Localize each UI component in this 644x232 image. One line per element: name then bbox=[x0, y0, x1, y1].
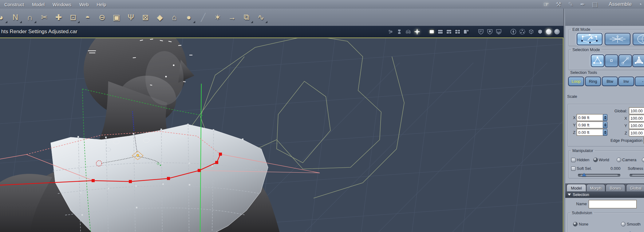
loop-button[interactable]: Loop bbox=[568, 77, 584, 86]
add-point-tool[interactable]: ✚ bbox=[54, 13, 63, 22]
glass-tool[interactable]: Ψ bbox=[126, 13, 136, 22]
bend-tool[interactable]: ∿ bbox=[256, 13, 266, 22]
layout-l-icon[interactable] bbox=[463, 29, 469, 34]
scale-z-field[interactable]: 0.00 ft bbox=[577, 129, 604, 136]
world-label: World bbox=[599, 158, 609, 162]
layout-three-icon[interactable] bbox=[446, 29, 452, 34]
edit-mode-vertex-button[interactable] bbox=[577, 33, 603, 45]
global-x-field[interactable]: 100.00 bbox=[629, 115, 644, 122]
hidden-label: Hidden bbox=[577, 158, 589, 162]
camera-radio[interactable] bbox=[617, 158, 621, 162]
scale-x-field[interactable]: 0.98 ft bbox=[577, 114, 604, 121]
soft-selection-checkbox[interactable] bbox=[571, 166, 575, 171]
selection-mode-group: Selection Mode bbox=[568, 47, 644, 70]
menu-model[interactable]: Model bbox=[32, 2, 45, 7]
hierarchy-icon[interactable] bbox=[396, 29, 402, 35]
menu-construct[interactable]: Construct bbox=[4, 2, 24, 7]
lathe-tool[interactable]: ⊖ bbox=[97, 13, 107, 22]
menu-help[interactable]: Help bbox=[97, 2, 106, 7]
scale-y-stepper[interactable] bbox=[603, 122, 607, 128]
manipulator-group: Manipulator Hidden World Camera Soft Sel… bbox=[568, 148, 644, 178]
scissors-tool[interactable]: ✂ bbox=[40, 13, 49, 22]
name-input[interactable] bbox=[589, 200, 637, 208]
scale-z-stepper[interactable] bbox=[603, 129, 607, 136]
rotate-sphere-icon[interactable] bbox=[519, 29, 525, 35]
tab-global[interactable]: Global bbox=[626, 184, 644, 192]
panel-tab-bar: Model Morph Bones Global bbox=[565, 183, 644, 191]
arrow-sphere-icon[interactable] bbox=[510, 29, 516, 35]
compass-icon[interactable] bbox=[414, 29, 420, 35]
global-scale-field[interactable]: 100.00 bbox=[629, 107, 644, 114]
tab-model[interactable]: Model bbox=[567, 184, 586, 192]
layout-split-icon[interactable] bbox=[437, 29, 443, 34]
spike-tool[interactable]: ✶ bbox=[213, 13, 222, 22]
document-title-bar: hts Render Settings Adjusted.car bbox=[0, 26, 563, 38]
scale-x-label: X bbox=[573, 115, 576, 120]
extrude-face-tool[interactable]: ▣ bbox=[112, 13, 121, 22]
extrude-tool[interactable]: → bbox=[227, 13, 237, 22]
select-vertex-button[interactable] bbox=[591, 54, 604, 67]
unwrap-tool[interactable]: ⌂ bbox=[170, 13, 179, 22]
edit-mode-skeleton-button[interactable] bbox=[605, 33, 630, 45]
room-partial-icon[interactable]: ◔ bbox=[638, 1, 642, 8]
subdivision-smooth-radio[interactable] bbox=[621, 222, 626, 226]
polyline-tool[interactable]: N bbox=[11, 13, 20, 22]
selection-section-header[interactable]: Selection bbox=[565, 191, 644, 198]
hidden-checkbox[interactable] bbox=[571, 158, 575, 162]
shield-flat-icon[interactable] bbox=[487, 29, 493, 35]
smooth-sphere-icon[interactable] bbox=[546, 29, 551, 34]
extra-radio[interactable] bbox=[642, 158, 644, 162]
select-face-button[interactable] bbox=[632, 54, 644, 67]
delete-tool[interactable]: ⊠ bbox=[141, 13, 150, 22]
solid-cube-icon[interactable] bbox=[537, 29, 543, 35]
selection-tools-label: Selection Tools bbox=[570, 70, 597, 75]
render-film-icon[interactable]: ▤ bbox=[592, 1, 598, 8]
storyboard-pencil-icon[interactable]: ✎ bbox=[568, 1, 573, 8]
menu-windows[interactable]: Windows bbox=[53, 2, 71, 7]
ring-button[interactable]: Ring bbox=[585, 77, 601, 86]
magnet-tool[interactable]: ∩ bbox=[25, 13, 34, 22]
global-z-field[interactable]: 100.00 bbox=[629, 130, 644, 136]
cube-tool[interactable]: ◆ bbox=[155, 13, 164, 22]
softness-label: Softness bbox=[628, 166, 643, 171]
assemble-hand-icon[interactable]: ☞ bbox=[543, 1, 549, 8]
point-cloud-icon[interactable] bbox=[387, 29, 393, 35]
minus-button[interactable]: - bbox=[635, 77, 644, 86]
invert-button[interactable]: Inv bbox=[618, 77, 634, 86]
subdivision-none-radio[interactable] bbox=[573, 222, 578, 226]
sphere-tool[interactable]: ◕ bbox=[0, 13, 6, 22]
scene-canvas bbox=[0, 38, 563, 232]
tab-morph[interactable]: Morph bbox=[586, 184, 605, 192]
scale-x-stepper[interactable] bbox=[603, 114, 607, 121]
select-point-button[interactable] bbox=[605, 54, 618, 67]
softness-slider[interactable] bbox=[630, 174, 644, 177]
model-wrench-icon[interactable]: ⚒ bbox=[556, 1, 561, 8]
shield-wire-icon[interactable] bbox=[478, 29, 484, 35]
wire-cube-icon[interactable] bbox=[528, 29, 534, 35]
layout-four-icon[interactable] bbox=[455, 29, 460, 34]
textured-sphere-icon[interactable] bbox=[554, 29, 560, 34]
edit-mode-sphere-button[interactable] bbox=[633, 33, 644, 45]
shield-textured-icon[interactable] bbox=[496, 29, 502, 35]
texture-pen-icon[interactable]: ✒ bbox=[580, 1, 585, 8]
global-y-field[interactable]: 100.00 bbox=[629, 122, 644, 129]
camera-group-icon[interactable] bbox=[405, 29, 411, 35]
tab-bones[interactable]: Bones bbox=[606, 184, 625, 192]
soft-selection-slider[interactable] bbox=[578, 174, 620, 177]
marquee-pen-tool[interactable]: ⊡ bbox=[69, 13, 78, 22]
dome-tool[interactable]: ◓ bbox=[83, 13, 92, 22]
knife-tool[interactable]: ╱ bbox=[199, 13, 208, 22]
world-radio[interactable] bbox=[593, 158, 598, 162]
select-edge-button[interactable] bbox=[618, 54, 632, 67]
link-tool[interactable]: ⧉ bbox=[242, 13, 251, 22]
layout-single-icon[interactable] bbox=[429, 29, 435, 34]
global-z-label: Z bbox=[617, 131, 627, 135]
menu-web[interactable]: Web bbox=[79, 2, 89, 7]
3d-viewport[interactable] bbox=[0, 38, 563, 232]
between-button[interactable]: Btw bbox=[602, 77, 618, 86]
scale-label: Scale bbox=[567, 94, 577, 99]
scale-y-field[interactable]: 0.98 ft bbox=[577, 122, 604, 128]
tool-bar: ◕ N ∩ ✂ ✚ ⊡ ◓ ⊖ ▣ Ψ ⊠ ◆ ⌂ ● ╱ ✶ → ⧉ ∿ bbox=[0, 9, 644, 26]
collapse-triangle-icon bbox=[568, 194, 571, 196]
sphere-primitive-tool[interactable]: ● bbox=[184, 13, 193, 22]
